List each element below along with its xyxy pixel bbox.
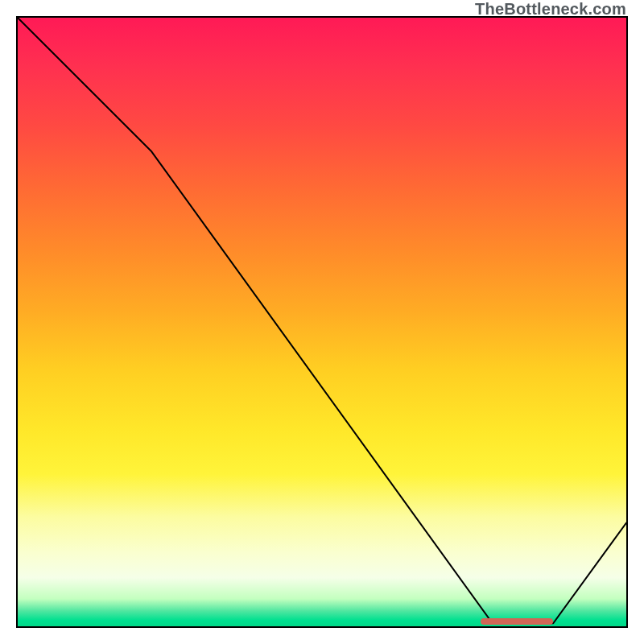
chart-frame bbox=[16, 16, 628, 628]
chart-line bbox=[18, 18, 626, 623]
line-chart bbox=[18, 18, 626, 626]
highlight-bar bbox=[481, 618, 554, 625]
